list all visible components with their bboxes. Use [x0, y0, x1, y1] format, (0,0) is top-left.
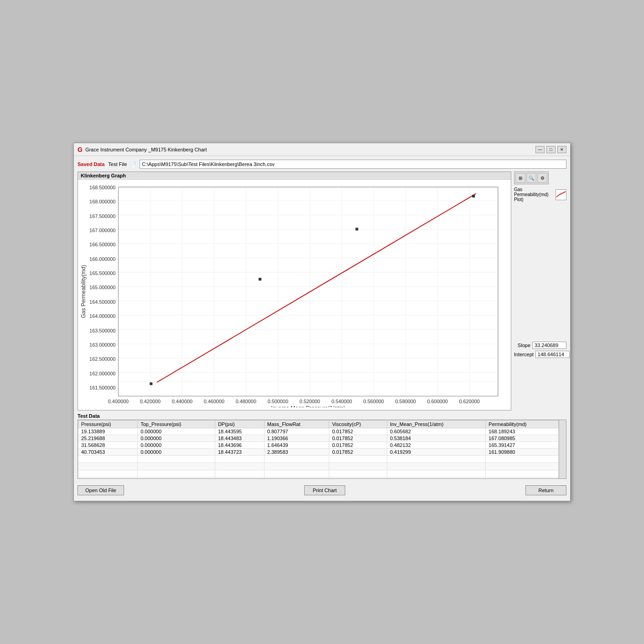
slope-intercept-section: Slope Intercept	[514, 342, 566, 360]
print-chart-button[interactable]: Print Chart	[304, 485, 345, 495]
col-top-pressure: Top_Pressure(psi)	[138, 420, 215, 428]
toolbar-icons: ⊞ 🔍 ⚙	[514, 171, 549, 184]
table-header-row: Pressure(psi) Top_Pressure(psi) DP(psi) …	[78, 420, 566, 428]
zoom-icon-button[interactable]: 🔍	[526, 173, 536, 183]
table-row-empty	[78, 455, 566, 462]
svg-text:168.000000: 168.000000	[89, 199, 115, 204]
data-table-container[interactable]: Pressure(psi) Top_Pressure(psi) DP(psi) …	[78, 420, 566, 479]
slope-row: Slope	[514, 342, 566, 349]
svg-text:168.500000: 168.500000	[89, 185, 115, 190]
slope-value[interactable]	[532, 342, 566, 349]
svg-rect-57	[150, 383, 152, 385]
svg-text:0.540000: 0.540000	[332, 399, 352, 404]
table-cell: 2.389583	[264, 448, 329, 455]
table-cell: 18.443723	[215, 448, 264, 455]
svg-text:165.500000: 165.500000	[89, 270, 115, 276]
svg-text:167.500000: 167.500000	[89, 213, 115, 219]
table-row: 19.1338890.00000018.4435950.8077970.0178…	[78, 428, 566, 435]
svg-text:0.580000: 0.580000	[395, 399, 416, 404]
maximize-button[interactable]: □	[546, 146, 556, 153]
table-row: 25.2196880.00000018.4434831.1903660.0178…	[78, 435, 566, 441]
minimize-button[interactable]: —	[535, 146, 545, 153]
table-cell: 0.000000	[138, 448, 215, 455]
svg-text:0.460000: 0.460000	[204, 399, 224, 404]
table-cell: 168.189243	[486, 428, 559, 435]
title-bar: G Grace Instrument Company _M9175 Kinken…	[74, 143, 570, 156]
close-button[interactable]: ✕	[557, 146, 566, 153]
svg-text:164.000000: 164.000000	[89, 313, 115, 319]
vertical-scrollbar[interactable]	[559, 420, 566, 478]
svg-text:167.000000: 167.000000	[89, 228, 115, 233]
table-cell: 0.000000	[138, 428, 215, 435]
table-cell: 0.419299	[387, 448, 485, 455]
table-cell: 18.443595	[215, 428, 264, 435]
app-icon: G	[78, 146, 83, 153]
plot-icon-button[interactable]	[556, 189, 566, 200]
table-cell: 18.443483	[215, 435, 264, 441]
svg-text:Gas Permeability(md): Gas Permeability(md)	[80, 265, 87, 318]
table-cell: 25.219688	[78, 435, 138, 441]
open-old-file-button[interactable]: Open Old File	[78, 485, 124, 495]
svg-text:163.500000: 163.500000	[89, 328, 115, 333]
plot-type-label: Gas Permeability(md) Plot)	[514, 187, 554, 202]
col-permeability: Permeability(md)	[486, 420, 559, 428]
window-title: Grace Instrument Company _M9175 Kinkenbe…	[85, 147, 207, 152]
svg-text:162.000000: 162.000000	[89, 371, 115, 376]
saved-data-link[interactable]: Saved Data	[78, 161, 104, 167]
svg-text:0.520000: 0.520000	[300, 399, 320, 404]
svg-text:162.500000: 162.500000	[89, 356, 115, 362]
svg-text:0.400000: 0.400000	[108, 399, 129, 404]
plot-type-section: Gas Permeability(md) Plot)	[514, 187, 566, 202]
table-row: 31.5686280.00000018.4436961.6464390.0178…	[78, 441, 566, 448]
intercept-row: Intercept	[514, 351, 566, 358]
table-cell: 165.391427	[486, 441, 559, 448]
table-cell: 0.482132	[387, 441, 485, 448]
table-row-empty	[78, 470, 566, 477]
slope-label: Slope	[514, 343, 530, 348]
svg-text:0.600000: 0.600000	[427, 399, 448, 404]
table-cell: 31.568628	[78, 441, 138, 448]
col-dp: DP(psi)	[215, 420, 264, 428]
table-cell: 0.000000	[138, 435, 215, 441]
table-cell: 1.190366	[264, 435, 329, 441]
svg-rect-58	[259, 278, 261, 280]
file-browse-icon[interactable]: 📄	[130, 162, 136, 167]
right-panel: ⊞ 🔍 ⚙ Gas Permeability(md) Plot)	[514, 171, 566, 410]
test-file-input[interactable]	[140, 160, 566, 169]
intercept-value[interactable]	[535, 351, 570, 358]
table-cell: 40.703453	[78, 448, 138, 455]
svg-text:0.420000: 0.420000	[140, 399, 161, 404]
table-row-empty	[78, 477, 566, 479]
settings-icon-button[interactable]: ⚙	[537, 173, 547, 183]
content-area: Saved Data Test File 📄 Klinkenberg Graph	[74, 156, 570, 501]
table-row: 40.7034530.00000018.4437232.3895830.0178…	[78, 448, 566, 455]
test-data-section: Test Data Pressure(psi) Top_Pressure(psi…	[78, 413, 566, 479]
table-cell: 167.080985	[486, 435, 559, 441]
table-cell: 0.000000	[138, 441, 215, 448]
svg-text:163.000000: 163.000000	[89, 342, 115, 348]
table-cell: 1.646439	[264, 441, 329, 448]
table-cell: 18.443696	[215, 441, 264, 448]
buttons-row: Open Old File Print Chart Return	[78, 483, 566, 497]
svg-text:166.500000: 166.500000	[89, 242, 115, 248]
col-viscosity: Viscosity(cP)	[329, 420, 387, 428]
main-window: G Grace Instrument Company _M9175 Kinken…	[73, 143, 571, 501]
col-inv-mean-press: Inv_Mean_Press(1/atm)	[387, 420, 485, 428]
chart-area: 168.500000 168.000000 167.500000 167.000…	[78, 180, 511, 410]
table-cell: 0.017852	[329, 435, 387, 441]
table-cell: 161.909880	[486, 448, 559, 455]
return-button[interactable]: Return	[525, 485, 566, 495]
data-table: Pressure(psi) Top_Pressure(psi) DP(psi) …	[78, 420, 566, 479]
chart-title: Klinkenberg Graph	[78, 172, 511, 180]
grid-icon-button[interactable]: ⊞	[515, 173, 525, 183]
table-row-empty	[78, 462, 566, 470]
col-mass-flowrate: Mass_FlowRat	[264, 420, 329, 428]
svg-text:0.620000: 0.620000	[459, 399, 480, 404]
table-cell: 19.133889	[78, 428, 138, 435]
svg-rect-60	[472, 195, 475, 197]
test-data-title: Test Data	[78, 413, 566, 419]
svg-text:0.500000: 0.500000	[268, 399, 288, 404]
table-cell: 0.017852	[329, 441, 387, 448]
svg-text:Inverse Mean Pressure(1/atm): Inverse Mean Pressure(1/atm)	[271, 405, 345, 407]
table-cell: 0.017852	[329, 428, 387, 435]
